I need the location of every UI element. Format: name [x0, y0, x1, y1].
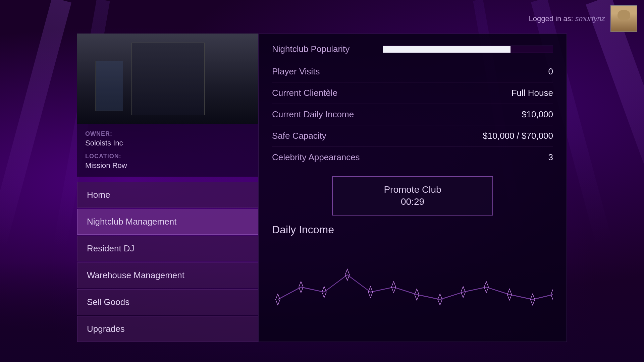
clientele-label: Current Clientèle [272, 88, 337, 98]
player-visits-value: 0 [548, 66, 553, 77]
nav-menu: Home Nightclub Management Resident DJ Wa… [77, 182, 258, 342]
safe-capacity-label: Safe Capacity [272, 131, 326, 141]
username: smurfynz [575, 14, 605, 23]
svg-rect-0 [276, 294, 280, 305]
celebrity-label: Celebrity Appearances [272, 152, 360, 163]
avatar [610, 5, 637, 32]
popularity-bar-container [383, 46, 553, 53]
header: Logged in as: smurfynz [522, 0, 644, 38]
daily-income-section: Daily Income [272, 224, 553, 331]
sidebar-item-resident-dj[interactable]: Resident DJ [77, 236, 258, 261]
chart-points [276, 269, 553, 305]
sidebar-item-home[interactable]: Home [77, 182, 258, 208]
celebrity-row: Celebrity Appearances 3 [272, 147, 553, 168]
building-image [77, 34, 258, 124]
sidebar: OWNER: Soloists Inc LOCATION: Mission Ro… [77, 34, 258, 342]
location-value: Mission Row [85, 161, 250, 170]
location-label: LOCATION: [85, 153, 250, 160]
daily-income-chart-label: Daily Income [272, 224, 553, 236]
player-visits-label: Player Visits [272, 66, 320, 77]
sidebar-item-upgrades[interactable]: Upgrades [77, 316, 258, 342]
avatar-face [611, 6, 637, 32]
sidebar-item-nightclub-management[interactable]: Nightclub Management [77, 209, 258, 235]
daily-income-label: Current Daily Income [272, 109, 354, 120]
daily-income-row: Current Daily Income $10,000 [272, 104, 553, 125]
popularity-label: Nightclub Popularity [272, 44, 373, 54]
promote-club-button[interactable]: Promote Club 00:29 [332, 176, 493, 216]
promote-club-label: Promote Club [384, 184, 441, 195]
celebrity-value: 3 [548, 152, 553, 163]
safe-capacity-row: Safe Capacity $10,000 / $70,000 [272, 125, 553, 147]
logged-in-text: Logged in as: [529, 14, 573, 23]
logged-in-label: Logged in as: smurfynz [529, 14, 605, 23]
popularity-bar-fill [383, 46, 511, 53]
chart-area [272, 243, 553, 331]
daily-income-chart [272, 243, 553, 331]
owner-value: Soloists Inc [85, 139, 250, 147]
sidebar-item-sell-goods[interactable]: Sell Goods [77, 289, 258, 315]
clientele-value: Full House [512, 88, 553, 98]
nightclub-image [77, 34, 258, 124]
clientele-row: Current Clientèle Full House [272, 82, 553, 104]
player-visits-row: Player Visits 0 [272, 61, 553, 82]
owner-label: OWNER: [85, 130, 250, 137]
sidebar-item-warehouse-management[interactable]: Warehouse Management [77, 262, 258, 288]
owner-info: OWNER: Soloists Inc LOCATION: Mission Ro… [77, 124, 258, 177]
content-panel: Nightclub Popularity Player Visits 0 Cur… [258, 34, 567, 342]
popularity-row: Nightclub Popularity [272, 44, 553, 54]
main-panel: OWNER: Soloists Inc LOCATION: Mission Ro… [77, 34, 567, 342]
daily-income-value: $10,000 [522, 109, 553, 120]
promote-club-timer: 00:29 [401, 196, 424, 207]
safe-capacity-value: $10,000 / $70,000 [483, 131, 553, 141]
